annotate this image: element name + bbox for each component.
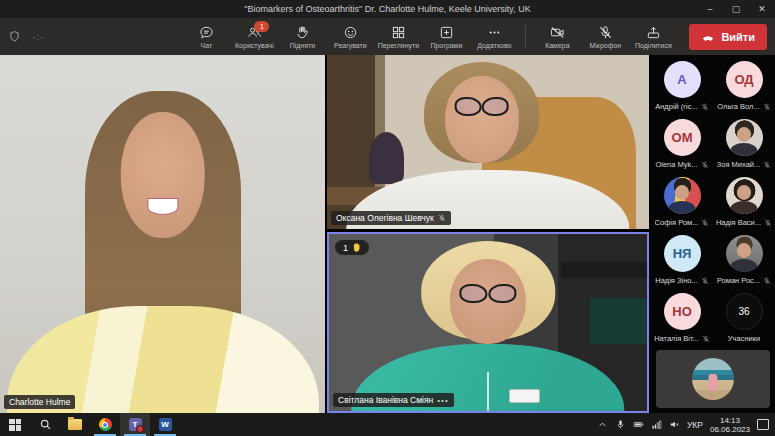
muted-mic-icon [701, 161, 709, 169]
action-center-icon[interactable] [757, 419, 769, 430]
teams-icon: T [129, 418, 142, 431]
participant-cell[interactable]: НЯ Надія Зіно... [651, 232, 713, 290]
word-icon: W [159, 418, 172, 431]
word-button[interactable]: W [150, 413, 180, 436]
video-tile-svitlana-active[interactable]: 1 Світлана Іванівна Сміян ••• [327, 232, 649, 413]
language-indicator[interactable]: УКР [687, 420, 703, 430]
participant-name: Olena Myk... [655, 160, 697, 169]
teams-button[interactable]: T [120, 413, 150, 436]
titlebar: "Biomarkers of Osteoarthritis" Dr. Charl… [0, 0, 775, 18]
time: 14:13 [710, 416, 750, 425]
avatar: А [664, 61, 701, 98]
self-avatar [692, 358, 734, 400]
view-button[interactable]: Переглянути [374, 23, 422, 51]
video-tile-oksana[interactable]: Оксана Олегівна Шевчук [327, 55, 649, 229]
window-controls: – ▢ ✕ [697, 0, 775, 18]
participant-name: Софія Ром... [655, 218, 699, 227]
participant-name: Надія Зіно... [655, 276, 698, 285]
participants-button[interactable]: 1 Користувачі [230, 23, 278, 51]
muted-mic-icon [701, 277, 709, 285]
chrome-button[interactable] [90, 413, 120, 436]
react-button[interactable]: Реагувати [326, 23, 374, 51]
shield-icon [8, 30, 21, 43]
avatar [664, 177, 701, 214]
leave-button[interactable]: Вийти [689, 24, 767, 50]
meeting-timer: -:- [33, 32, 45, 42]
more-button[interactable]: Додатково [470, 23, 518, 51]
chrome-icon [99, 418, 112, 431]
participant-name: Зоя Михай... [717, 160, 761, 169]
teams-meeting-window: "Biomarkers of Osteoarthritis" Dr. Charl… [0, 0, 775, 436]
avatar: ОМ [664, 119, 701, 156]
participants-overflow-counter[interactable]: 36 Учасники [713, 290, 775, 348]
participant-cell[interactable]: НО Наталія Віт... [651, 290, 713, 348]
camera-off-icon [550, 25, 565, 40]
tray-battery-icon[interactable] [633, 419, 644, 430]
apps-icon [439, 25, 454, 40]
search-icon [39, 418, 52, 431]
overflow-count: 36 [726, 293, 763, 330]
view-icon [391, 25, 406, 40]
react-icon [343, 25, 358, 40]
participant-cell[interactable]: А Андрій (гіс... [651, 58, 713, 116]
participant-cell[interactable]: Зоя Михай... [713, 116, 775, 174]
participant-cell[interactable]: ОД Ольга Вол... [713, 58, 775, 116]
self-view-tile[interactable] [656, 350, 770, 408]
avatar: ОД [726, 61, 763, 98]
camera-button[interactable]: Камера [533, 23, 581, 51]
video-feed [327, 55, 649, 229]
participants-sidebar: А Андрій (гіс... ОД Ольга Вол... ОМ Olen… [651, 55, 775, 413]
participant-name: Роман Рос... [717, 276, 760, 285]
maximize-button[interactable]: ▢ [723, 0, 749, 18]
hangup-icon [701, 30, 715, 44]
muted-mic-icon [764, 219, 772, 227]
raise-hand-icon [295, 25, 310, 40]
muted-mic-icon [763, 103, 771, 111]
chat-button[interactable]: Чат [182, 23, 230, 51]
tray-volume-muted-icon[interactable] [669, 419, 680, 430]
clock[interactable]: 14:13 06.06.2023 [710, 416, 750, 434]
video-stage: Charlotte Hulme Оксана Олегівна Шевчук 1 [0, 55, 775, 413]
avatar [726, 119, 763, 156]
video-feed [329, 234, 647, 411]
avatar: НО [664, 293, 701, 330]
avatar [726, 177, 763, 214]
muted-mic-icon [763, 277, 771, 285]
meeting-toolbar: -:- Чат 1 Користувачі Підняти Реагувати [0, 18, 775, 55]
overflow-label: Учасники [728, 334, 760, 343]
muted-mic-icon [701, 103, 709, 111]
participants-badge: 1 [254, 21, 269, 32]
raise-hand-button[interactable]: Підняти [278, 23, 326, 51]
participant-name: Наталія Віт... [654, 334, 699, 343]
participant-name: Андрій (гіс... [655, 102, 698, 111]
tile-more-icon[interactable]: ••• [437, 396, 448, 405]
taskbar-search-button[interactable] [30, 413, 60, 436]
participant-cell[interactable]: Роман Рос... [713, 232, 775, 290]
tray-chevron-up-icon[interactable] [597, 419, 608, 430]
tray-mic-icon[interactable] [615, 419, 626, 430]
participant-cell[interactable]: Надія Васи... [713, 174, 775, 232]
apps-button[interactable]: Програми [422, 23, 470, 51]
video-tile-charlotte[interactable]: Charlotte Hulme [0, 55, 325, 413]
participant-cell[interactable]: ОМ Olena Myk... [651, 116, 713, 174]
mic-button[interactable]: Мікрофон [581, 23, 629, 51]
participant-name: Надія Васи... [716, 218, 761, 227]
file-explorer-button[interactable] [60, 413, 90, 436]
name-tag: Світлана Іванівна Сміян ••• [333, 393, 454, 407]
share-button[interactable]: Поділитися [629, 23, 677, 51]
minimize-button[interactable]: – [697, 0, 723, 18]
close-button[interactable]: ✕ [749, 0, 775, 18]
participant-cell[interactable]: Софія Ром... [651, 174, 713, 232]
folder-icon [68, 419, 82, 430]
chat-icon [199, 25, 214, 40]
toolbar-divider [525, 25, 526, 49]
more-icon [487, 25, 502, 40]
tray-network-icon[interactable] [651, 419, 662, 430]
name-tag: Charlotte Hulme [4, 395, 75, 409]
windows-taskbar: T W УКР 14:13 06.06.2023 [0, 413, 775, 436]
start-button[interactable] [0, 413, 30, 436]
muted-mic-icon [763, 161, 771, 169]
muted-mic-icon [702, 335, 710, 343]
avatar [726, 235, 763, 272]
windows-logo-icon [9, 419, 21, 431]
